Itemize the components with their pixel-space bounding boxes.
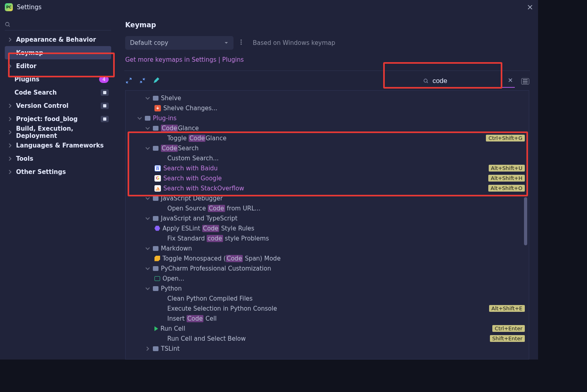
tree-node[interactable]: Apply ESLint Code Style Rules xyxy=(126,223,529,233)
window-title: Settings xyxy=(17,4,42,11)
tree-node[interactable]: Fix Standard code style Problems xyxy=(126,233,529,243)
sidebar-item[interactable]: Code Search xyxy=(5,86,111,99)
tree-node[interactable]: Shelve xyxy=(126,93,529,103)
tree-node[interactable]: Python xyxy=(126,283,529,293)
chevron-right-icon xyxy=(7,156,13,162)
tree-node[interactable]: JavaScript Debugger xyxy=(126,193,529,203)
close-icon[interactable] xyxy=(527,4,533,10)
tree-node-label: Insert Code Cell xyxy=(167,315,217,322)
expand-all-icon[interactable] xyxy=(125,77,132,86)
folder-icon xyxy=(153,196,158,201)
tree-node[interactable]: Custom Search... xyxy=(126,153,529,163)
tree-node[interactable]: 百Search with BaiduAlt+Shift+U xyxy=(126,163,529,173)
chevron-down-icon xyxy=(145,125,150,131)
tree-node[interactable]: Run CellCtrl+Enter xyxy=(126,323,529,333)
folder-icon xyxy=(153,146,158,151)
sidebar-item[interactable]: Other Settings xyxy=(5,165,111,178)
tree-node[interactable]: CodeSearch xyxy=(126,143,529,153)
tree-node-label: Toggle Monospaced (Code Span) Mode xyxy=(162,255,280,262)
sidebar-item[interactable]: Project: food_blog xyxy=(5,112,111,125)
tree-node[interactable]: Toggle Monospaced (Code Span) Mode xyxy=(126,253,529,263)
tree-node[interactable]: Insert Code Cell xyxy=(126,313,529,323)
chevron-right-icon xyxy=(7,116,13,122)
tree-node-label: Execute Selection in Python Console xyxy=(167,305,277,312)
tree-node[interactable]: PyCharm Professional Customization xyxy=(126,263,529,273)
tree-node-label: Run Cell xyxy=(160,325,185,332)
svg-point-0 xyxy=(6,22,9,26)
google-icon: G xyxy=(154,175,161,182)
svg-rect-3 xyxy=(103,117,106,121)
sidebar-item-label: Tools xyxy=(16,155,33,162)
tree-node-label: Fix Standard code style Problems xyxy=(167,235,269,242)
tree-node[interactable]: TSLint xyxy=(126,344,529,354)
stackoverflow-icon xyxy=(154,185,161,192)
tree-node[interactable]: Plug-ins xyxy=(126,113,529,123)
edit-shortcut-icon[interactable] xyxy=(152,77,160,86)
chevron-right-icon xyxy=(7,169,13,175)
folder-icon xyxy=(145,116,150,121)
keymap-select[interactable]: Default copy xyxy=(125,36,234,50)
tree-node[interactable]: Shelve Changes... xyxy=(126,103,529,113)
folder-icon xyxy=(153,216,158,221)
scrollbar[interactable] xyxy=(524,197,527,245)
shortcut-chip: Alt+Shift+O xyxy=(488,185,525,192)
keymap-select-value: Default copy xyxy=(130,39,168,46)
shortcut-chip: Alt+Shift+U xyxy=(489,165,525,172)
tree-node-label: Toggle CodeGlance xyxy=(167,135,226,142)
clear-search-icon[interactable] xyxy=(508,77,513,85)
collapse-all-icon[interactable] xyxy=(139,77,146,86)
sidebar-item[interactable]: Languages & Frameworks xyxy=(5,139,111,152)
folder-icon xyxy=(153,286,158,291)
tree-node[interactable]: Run Cell and Select BelowShift+Enter xyxy=(126,333,529,344)
sidebar-item[interactable]: Version Control xyxy=(5,99,111,112)
tree-node-label: Open Source Code from URL... xyxy=(167,205,260,212)
tree-node[interactable]: Execute Selection in Python ConsoleAlt+S… xyxy=(126,303,529,313)
tree-node-label: Custom Search... xyxy=(167,155,219,162)
get-more-keymaps-link[interactable]: Get more keymaps in Settings | Plugins xyxy=(125,56,529,63)
tree-node[interactable]: Open Source Code from URL... xyxy=(126,203,529,213)
sidebar-item-label: Editor xyxy=(16,63,37,70)
sidebar-item[interactable]: Appearance & Behavior xyxy=(5,33,111,46)
tree-node[interactable]: Markdown xyxy=(126,243,529,253)
tree-node-label: Markdown xyxy=(161,245,192,252)
sidebar-search[interactable] xyxy=(5,18,111,30)
chevron-right-icon xyxy=(7,103,13,109)
scope-icon xyxy=(101,116,109,122)
chevron-down-icon xyxy=(137,115,142,121)
find-by-shortcut-icon[interactable] xyxy=(521,78,529,85)
chevron-down-icon xyxy=(145,266,150,271)
sidebar-item[interactable]: Plugins4 xyxy=(5,73,111,86)
sidebar: Appearance & BehaviorKeymapEditorPlugins… xyxy=(0,14,116,360)
chevron-right-icon xyxy=(7,63,13,69)
action-search-input[interactable] xyxy=(422,75,515,88)
tree-node[interactable]: CodeGlance xyxy=(126,123,529,133)
scope-icon xyxy=(101,103,109,109)
sidebar-item-label: Project: food_blog xyxy=(16,115,78,123)
divider xyxy=(124,71,530,71)
run-icon xyxy=(154,326,158,331)
page-title: Keymap xyxy=(125,21,529,29)
sidebar-item[interactable]: Keymap xyxy=(5,46,111,59)
chevron-down-icon xyxy=(145,145,150,151)
tree-node-label: Shelve Changes... xyxy=(163,105,217,112)
chevron-down-icon xyxy=(145,286,150,291)
sidebar-item-label: Plugins xyxy=(14,76,39,83)
tree-node[interactable]: Clean Python Compiled Files xyxy=(126,293,529,303)
tree-node[interactable]: Toggle CodeGlanceCtrl+Shift+G xyxy=(126,133,529,143)
sidebar-item[interactable]: Tools xyxy=(5,152,111,165)
chevron-right-icon xyxy=(7,143,13,148)
tree-node[interactable]: Search with StackOverflowAlt+Shift+O xyxy=(126,183,529,193)
tree-node[interactable]: Open... xyxy=(126,273,529,283)
action-tree[interactable]: ShelveShelve Changes...Plug-insCodeGlanc… xyxy=(125,90,529,360)
svg-point-4 xyxy=(241,40,242,41)
sidebar-item[interactable]: Build, Execution, Deployment xyxy=(5,125,111,139)
tree-node[interactable]: GSearch with GoogleAlt+Shift+H xyxy=(126,173,529,183)
tree-node[interactable]: JavaScript and TypeScript xyxy=(126,213,529,223)
chevron-right-icon xyxy=(7,129,13,135)
sidebar-item-label: Code Search xyxy=(14,89,57,96)
sidebar-item[interactable]: Editor xyxy=(5,59,111,73)
chevron-right-icon xyxy=(7,37,13,42)
search-field[interactable] xyxy=(432,77,504,85)
sidebar-item-label: Languages & Frameworks xyxy=(16,142,104,149)
gear-icon[interactable] xyxy=(240,39,246,47)
